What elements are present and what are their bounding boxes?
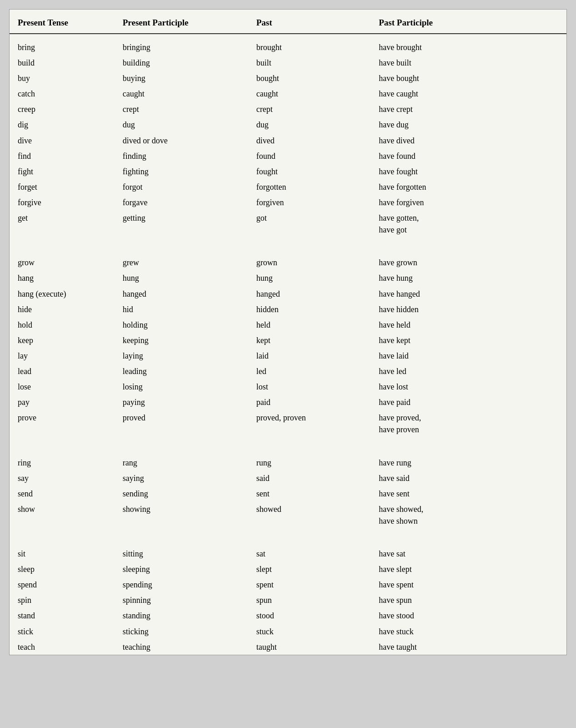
cell-past_part: have showed,have shown — [371, 501, 566, 529]
table-row: forgiveforgaveforgivenhave forgiven — [10, 195, 566, 210]
table-row: stickstickingstuckhave stuck — [10, 624, 566, 639]
cell-present: stick — [10, 624, 115, 639]
cell-past: stuck — [249, 624, 372, 639]
table-row: digdugdughave dug — [10, 117, 566, 132]
header-present-participle: Present Participle — [115, 10, 249, 34]
cell-past_part: have paid — [371, 394, 566, 410]
cell-present: spin — [10, 592, 115, 608]
cell-present: prove — [10, 410, 115, 437]
table-row: spinspinningspunhave spun — [10, 592, 566, 608]
cell-present: bring — [10, 34, 115, 55]
cell-participle: standing — [115, 608, 249, 623]
cell-participle: keeping — [115, 333, 249, 348]
table-row: ringrangrunghave rung — [10, 455, 566, 470]
cell-past_part: have taught — [371, 639, 566, 655]
cell-participle: paying — [115, 394, 249, 410]
cell-present: spend — [10, 577, 115, 592]
cell-present: send — [10, 486, 115, 501]
cell-past_part: have grown — [371, 255, 566, 270]
cell-past: bought — [249, 71, 372, 86]
cell-present: creep — [10, 101, 115, 117]
table-row: laylayinglaidhave laid — [10, 348, 566, 364]
table-row: loselosinglosthave lost — [10, 379, 566, 394]
cell-past_part: have proved,have proven — [371, 410, 566, 437]
cell-past: forgiven — [249, 195, 372, 210]
cell-present: find — [10, 148, 115, 164]
cell-present: sleep — [10, 561, 115, 577]
cell-present: lose — [10, 379, 115, 394]
cell-participle: fighting — [115, 164, 249, 179]
cell-present: hang — [10, 270, 115, 286]
cell-participle: forgot — [115, 179, 249, 195]
cell-present: pay — [10, 394, 115, 410]
table-row: fightfightingfoughthave fought — [10, 164, 566, 179]
cell-present: catch — [10, 86, 115, 101]
cell-present: grow — [10, 255, 115, 270]
cell-present: lay — [10, 348, 115, 364]
table-row: buybuyingboughthave bought — [10, 71, 566, 86]
table-row: proveprovedproved, provenhave proved,hav… — [10, 410, 566, 437]
cell-past_part: have slept — [371, 561, 566, 577]
table-row: hang (execute)hangedhangedhave hanged — [10, 286, 566, 302]
header-past: Past — [249, 10, 372, 34]
cell-past_part: have forgotten — [371, 179, 566, 195]
cell-past: hidden — [249, 302, 372, 317]
table-row: spendspendingspenthave spent — [10, 577, 566, 592]
cell-present: keep — [10, 333, 115, 348]
cell-past: spent — [249, 577, 372, 592]
cell-participle: sleeping — [115, 561, 249, 577]
cell-present: show — [10, 501, 115, 529]
cell-past: dived — [249, 133, 372, 148]
cell-past_part: have dived — [371, 133, 566, 148]
table-row: showshowingshowedhave showed,have shown — [10, 501, 566, 529]
cell-past_part: have led — [371, 364, 566, 379]
cell-past_part: have hung — [371, 270, 566, 286]
cell-past: rung — [249, 455, 372, 470]
cell-past_part: have sent — [371, 486, 566, 501]
table-row: keepkeepingkepthave kept — [10, 333, 566, 348]
cell-participle: rang — [115, 455, 249, 470]
cell-past: found — [249, 148, 372, 164]
cell-past_part: have brought — [371, 34, 566, 55]
cell-participle: proved — [115, 410, 249, 437]
cell-participle: hanged — [115, 286, 249, 302]
cell-past: showed — [249, 501, 372, 529]
cell-present: build — [10, 55, 115, 71]
cell-past_part: have hanged — [371, 286, 566, 302]
cell-past: taught — [249, 639, 372, 655]
cell-present: hang (execute) — [10, 286, 115, 302]
cell-past: lost — [249, 379, 372, 394]
cell-past_part: have held — [371, 317, 566, 333]
cell-past: laid — [249, 348, 372, 364]
cell-past_part: have sat — [371, 546, 566, 561]
cell-past: kept — [249, 333, 372, 348]
table-row: bringbringingbroughthave brought — [10, 34, 566, 55]
cell-present: forget — [10, 179, 115, 195]
cell-past_part: have built — [371, 55, 566, 71]
table-row — [10, 238, 566, 255]
cell-past: hanged — [249, 286, 372, 302]
table-row: catchcaughtcaughthave caught — [10, 86, 566, 101]
cell-past_part: have fought — [371, 164, 566, 179]
cell-participle: saying — [115, 470, 249, 486]
table-row: buildbuildingbuilthave built — [10, 55, 566, 71]
table-header-row: Present Tense Present Participle Past Pa… — [10, 10, 566, 34]
cell-participle: sticking — [115, 624, 249, 639]
cell-past_part: have caught — [371, 86, 566, 101]
cell-participle: teaching — [115, 639, 249, 655]
cell-past: built — [249, 55, 372, 71]
table-row: growgrewgrownhave grown — [10, 255, 566, 270]
cell-past: spun — [249, 592, 372, 608]
cell-past: hung — [249, 270, 372, 286]
cell-past_part: have forgiven — [371, 195, 566, 210]
table-row: leadleadingledhave led — [10, 364, 566, 379]
table-row: holdholdingheldhave held — [10, 317, 566, 333]
cell-past: sent — [249, 486, 372, 501]
cell-past_part: have stuck — [371, 624, 566, 639]
cell-participle: leading — [115, 364, 249, 379]
cell-past: led — [249, 364, 372, 379]
cell-present: buy — [10, 71, 115, 86]
header-past-participle: Past Participle — [371, 10, 566, 34]
cell-participle: sending — [115, 486, 249, 501]
cell-participle: building — [115, 55, 249, 71]
